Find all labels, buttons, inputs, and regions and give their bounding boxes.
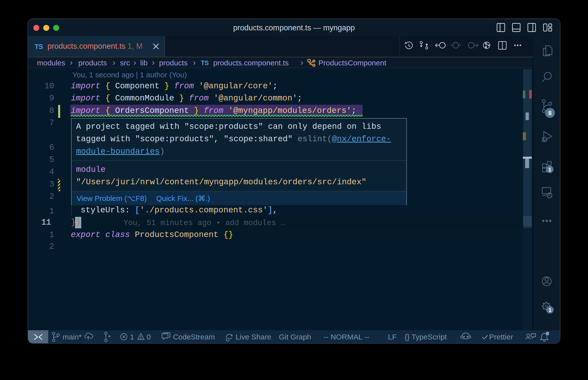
svg-text:8: 8	[548, 110, 551, 116]
svg-text:1: 1	[548, 307, 551, 313]
svg-text:1: 1	[548, 166, 551, 173]
